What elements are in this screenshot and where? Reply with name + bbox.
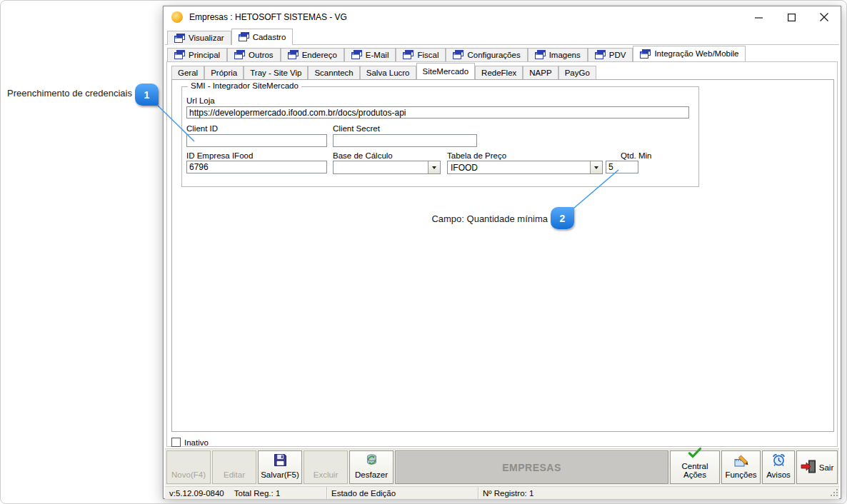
callout-1-badge: 1 [135, 84, 159, 106]
button-label: Editar [224, 470, 245, 479]
button-label: Sair [819, 463, 833, 472]
tab-principal[interactable]: Principal [167, 48, 227, 61]
dropdown-arrow-icon[interactable] [428, 161, 440, 173]
tab-redeflex[interactable]: RedeFlex [475, 66, 523, 79]
tab-propria[interactable]: Própria [204, 66, 244, 79]
tab-label: Scanntech [314, 69, 353, 77]
form-window-icon [239, 32, 249, 41]
ruler-pencil-icon [734, 455, 748, 468]
close-icon [820, 13, 828, 21]
tab-label: Visualizar [189, 34, 224, 42]
minimize-button[interactable] [742, 6, 775, 28]
tab-label: SiteMercado [423, 67, 469, 76]
editar-button[interactable]: Editar [212, 450, 256, 484]
title-bar: Empresas : HETOSOFT SISTEMAS - VG [164, 6, 841, 28]
green-check-icon [688, 448, 702, 460]
close-button[interactable] [808, 6, 841, 28]
tab-fiscal[interactable]: Fiscal [396, 48, 446, 61]
tab-label: Endereço [302, 51, 337, 59]
qtd-min-input[interactable] [606, 161, 638, 173]
base-de-calculo-select[interactable] [333, 161, 441, 174]
version-text: v:5.12.09-0840 [169, 489, 224, 498]
button-label: Novo(F4) [171, 470, 206, 479]
cadastro-page: Principal Outros Endereço E-Mail Fiscal … [165, 44, 839, 448]
bottom-toolbar: Novo(F4) Editar Salvar(F5) Excluir Desfa… [165, 448, 839, 485]
form-window-icon [174, 34, 185, 43]
form-window-icon [595, 50, 606, 59]
tab-tray-site-vip[interactable]: Tray - Site Vip [244, 66, 308, 79]
tab-label: Salva Lucro [366, 69, 410, 77]
tab-cadastro[interactable]: Cadastro [231, 29, 294, 45]
client-secret-input[interactable] [333, 134, 477, 147]
avisos-button[interactable]: Avisos [762, 450, 795, 484]
novo-button[interactable]: Novo(F4) [166, 450, 211, 484]
tab-sitemercado[interactable]: SiteMercado [416, 63, 476, 79]
tab-label: Principal [189, 51, 220, 59]
tab-geral[interactable]: Geral [171, 66, 204, 79]
id-empresa-ifood-input[interactable] [186, 161, 327, 173]
tab-email[interactable]: E-Mail [344, 48, 396, 61]
tabela-de-preco-select[interactable]: IFOOD [447, 161, 603, 174]
integracao-sheet: Geral Própria Tray - Site Vip Scanntech … [166, 61, 838, 447]
central-acoes-button[interactable]: Central Ações [670, 450, 720, 484]
qtd-min-label: Qtd. Min [621, 151, 651, 160]
inativo-label: Inativo [184, 438, 209, 447]
sitemercado-panel: SMI - Integrador SiteMercado Url Loja Cl… [171, 79, 834, 432]
button-label: Desfazer [355, 470, 388, 479]
tab-pdv[interactable]: PDV [588, 48, 633, 61]
maximize-button[interactable] [775, 6, 808, 28]
tab-label: Configurações [467, 51, 520, 59]
tab-outros[interactable]: Outros [227, 48, 281, 61]
client-id-label: Client ID [186, 124, 218, 133]
button-label: Excluir [314, 470, 339, 479]
alarm-clock-icon [772, 453, 786, 468]
form-window-icon [453, 50, 463, 59]
maximize-icon [788, 14, 796, 21]
button-label: Salvar(F5) [261, 470, 299, 479]
tab-visualizar[interactable]: Visualizar [167, 31, 231, 45]
tab-configuracoes[interactable]: Configurações [446, 48, 527, 61]
tab-label: RedeFlex [481, 69, 516, 77]
button-label: Central Ações [671, 462, 719, 479]
window-title: Empresas : HETOSOFT SISTEMAS - VG [189, 12, 347, 22]
inativo-checkbox[interactable]: Inativo [171, 438, 209, 447]
resize-grip-icon[interactable] [831, 489, 838, 498]
dropdown-arrow-icon[interactable] [590, 161, 602, 173]
form-window-icon [640, 49, 651, 59]
tab-integracao-web-mobile[interactable]: Integração Web/Mobile [633, 46, 746, 61]
tab-label: PayGo [565, 69, 590, 77]
callout-2-badge: 2 [551, 207, 574, 229]
client-id-input[interactable] [186, 134, 327, 147]
tab-napp[interactable]: NAPP [523, 66, 558, 79]
module-name-panel: EMPRESAS [395, 450, 668, 484]
form-window-icon [288, 50, 299, 59]
numero-registro-text: Nº Registro: 1 [483, 489, 533, 498]
app-sun-icon [171, 11, 183, 23]
tab-label: Tray - Site Vip [250, 69, 301, 77]
sair-button[interactable]: Sair [796, 450, 838, 484]
funcoes-button[interactable]: Funções [721, 450, 761, 484]
tab-salva-lucro[interactable]: Salva Lucro [360, 66, 416, 79]
tab-label: Imagens [549, 51, 581, 59]
tab-imagens[interactable]: Imagens [528, 48, 588, 61]
floppy-disk-icon [274, 453, 287, 468]
checkbox-box-icon[interactable] [171, 438, 181, 447]
excluir-button[interactable]: Excluir [304, 450, 348, 484]
button-label: Avisos [766, 470, 791, 479]
tab-label: Integração Web/Mobile [654, 49, 738, 58]
tab-label: Geral [178, 69, 198, 77]
button-label: Funções [725, 470, 756, 479]
tab-paygo[interactable]: PayGo [558, 66, 596, 79]
salvar-button[interactable]: Salvar(F5) [258, 450, 302, 484]
base-de-calculo-label: Base de Cálculo [333, 151, 393, 160]
tab-endereco[interactable]: Endereço [281, 48, 344, 61]
desfazer-button[interactable]: Desfazer [349, 450, 394, 484]
estado-edicao-text: Estado de Edição [331, 489, 396, 498]
url-loja-input[interactable] [186, 106, 689, 119]
smi-groupbox: SMI - Integrador SiteMercado Url Loja Cl… [181, 86, 699, 187]
tab-scanntech[interactable]: Scanntech [308, 66, 359, 79]
callout-1-text: Preenchimento de credenciais [7, 88, 132, 99]
form-window-icon [234, 50, 245, 59]
total-registros-text: Total Reg.: 1 [234, 489, 281, 498]
callout-2-text: Campo: Quantidade mínima [429, 213, 548, 224]
